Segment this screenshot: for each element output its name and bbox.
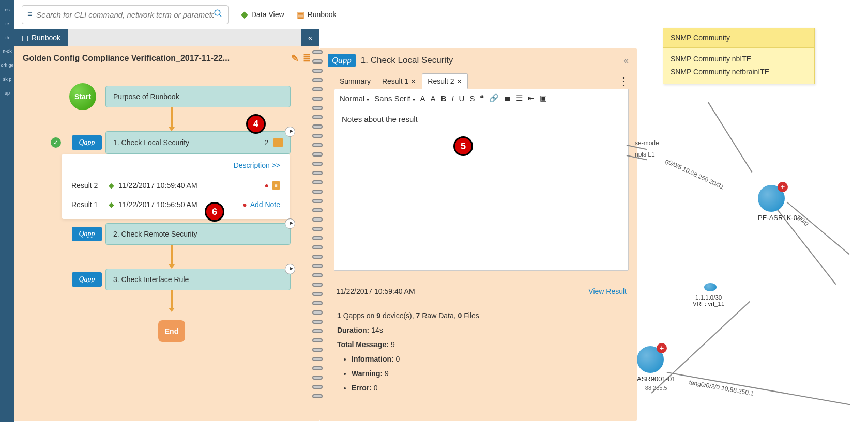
result-timestamp: 11/22/2017 10:59:40 AM bbox=[118, 181, 265, 190]
description-link[interactable]: Description >> bbox=[71, 159, 280, 176]
router-asr9001[interactable]: + ASR9001-01 88.255.5 bbox=[637, 346, 675, 391]
paragraph-style-select[interactable]: Normal bbox=[340, 94, 369, 103]
router-pe-asr1k[interactable]: + PE-ASR1K-01 bbox=[758, 185, 801, 222]
step-check-local-security[interactable]: Qapp 1. Check Local Security 2 ≡ bbox=[105, 131, 291, 154]
spiral-binding bbox=[312, 48, 327, 421]
search-box[interactable]: ≡ bbox=[22, 5, 229, 24]
map-link bbox=[708, 102, 752, 172]
collapse-button[interactable]: « bbox=[301, 29, 319, 46]
result-row: Result 2 ◆ 11/22/2017 10:59:40 AM ● ≡ bbox=[71, 176, 280, 195]
step-check-interface-rule[interactable]: Qapp 3. Check Interface Rule bbox=[105, 269, 291, 290]
data-view-link[interactable]: ◆ Data View bbox=[241, 9, 284, 20]
runbook-link[interactable]: ▤ Runbook bbox=[297, 10, 337, 20]
end-node[interactable]: End bbox=[158, 320, 185, 342]
stack-icon: ◆ bbox=[109, 200, 114, 209]
tab-summary[interactable]: Summary bbox=[334, 73, 376, 89]
qapp-badge: Qapp bbox=[72, 272, 102, 287]
tab-label: Result 1 bbox=[382, 77, 408, 85]
callout-5: 5 bbox=[453, 136, 473, 156]
summary-warning: Warning: 9 bbox=[352, 366, 626, 381]
outdent-icon[interactable]: ⇤ bbox=[528, 93, 535, 103]
summary-total: Total Message: 9 bbox=[337, 337, 626, 352]
network-map[interactable]: SNMP Community SNMP Community nbITE SNMP… bbox=[637, 0, 868, 422]
link-icon[interactable]: 🔗 bbox=[489, 93, 499, 103]
nav-item[interactable]: sk p bbox=[3, 76, 12, 82]
note-icon[interactable]: ≡ bbox=[272, 181, 280, 190]
qapp-badge: Qapp bbox=[72, 135, 102, 150]
map-mid-device[interactable] bbox=[704, 283, 717, 291]
close-icon[interactable]: ✕ bbox=[456, 77, 462, 85]
callout-4: 4 bbox=[246, 114, 266, 134]
search-icon[interactable] bbox=[214, 9, 223, 21]
panel-tab[interactable]: ▤ Runbook bbox=[14, 29, 68, 46]
edit-icon[interactable]: ✎ bbox=[291, 53, 299, 64]
nav-item[interactable]: ork ge bbox=[1, 62, 13, 68]
svg-point-0 bbox=[215, 10, 220, 15]
hamburger-icon[interactable]: ≡ bbox=[27, 10, 32, 19]
editor-box: Normal Sans Serif A A B I U S ❝ 🔗 ≣ ☰ ⇤ … bbox=[334, 89, 629, 271]
sticky-title: SNMP Community bbox=[663, 28, 814, 48]
nav-item[interactable]: ap bbox=[5, 90, 10, 96]
map-link bbox=[667, 372, 850, 405]
callout-6: 6 bbox=[205, 202, 224, 222]
bullet-list-icon[interactable]: ☰ bbox=[516, 93, 523, 103]
strikethrough-icon[interactable]: S bbox=[469, 94, 475, 103]
chevron-left-icon[interactable]: « bbox=[623, 55, 629, 66]
stack-icon: ◆ bbox=[241, 9, 248, 20]
text-color-icon[interactable]: A bbox=[420, 94, 425, 103]
add-note-link[interactable]: Add Note bbox=[250, 200, 280, 209]
image-icon[interactable]: ▣ bbox=[540, 93, 547, 103]
italic-icon[interactable]: I bbox=[451, 94, 453, 103]
link-label: g0/0/5 10.88.250.20/31 bbox=[664, 158, 725, 191]
nav-item[interactable]: th bbox=[5, 35, 9, 41]
arrow-down-icon bbox=[169, 264, 175, 269]
close-icon[interactable]: ✕ bbox=[410, 77, 416, 85]
purpose-label: Purpose of Runbook bbox=[113, 92, 179, 101]
step-check-remote-security[interactable]: Qapp 2. Check Remote Security bbox=[105, 223, 291, 245]
link-label: se-mode bbox=[635, 139, 659, 147]
alert-badge-icon: + bbox=[778, 182, 788, 192]
start-node[interactable]: Start bbox=[69, 83, 96, 110]
nav-item[interactable]: n-ok bbox=[3, 49, 12, 54]
tab-result-1[interactable]: Result 1✕ bbox=[376, 73, 422, 89]
runbook-label: Runbook bbox=[308, 10, 337, 19]
note-icon[interactable]: ≡ bbox=[273, 138, 283, 147]
device-label: PE-ASR1K-01 bbox=[758, 214, 801, 222]
list-icon[interactable]: ≣ bbox=[303, 53, 311, 64]
step-label: 1. Check Local Security bbox=[113, 138, 189, 147]
step-count: 2 bbox=[264, 138, 268, 147]
underline-icon[interactable]: U bbox=[459, 94, 465, 103]
search-input[interactable] bbox=[36, 10, 214, 19]
summary-apps-line: 1 Qapps on 9 device(s), 7 Raw Data, 0 Fi… bbox=[337, 308, 626, 323]
nav-item[interactable]: te bbox=[5, 21, 9, 27]
start-label: Start bbox=[74, 92, 91, 101]
tabs-row: Summary Result 1✕ Result 2✕ ⋮ bbox=[334, 73, 629, 89]
notes-title: 1. Check Local Security bbox=[361, 55, 453, 66]
bold-icon[interactable]: B bbox=[441, 94, 447, 103]
qapp-badge: Qapp bbox=[328, 54, 356, 67]
highlight-icon[interactable]: A bbox=[431, 94, 436, 103]
result-link[interactable]: Result 2 bbox=[71, 181, 109, 190]
connector bbox=[171, 107, 173, 127]
arrow-down-icon bbox=[169, 127, 175, 131]
list-icon: ▤ bbox=[297, 10, 304, 20]
sticky-line: SNMP Community nbITE bbox=[671, 53, 807, 66]
purpose-step[interactable]: Purpose of Runbook bbox=[105, 86, 291, 107]
result-link[interactable]: Result 1 bbox=[71, 200, 109, 209]
more-icon[interactable]: ⋮ bbox=[618, 75, 629, 87]
view-result-link[interactable]: View Result bbox=[588, 287, 627, 295]
notes-panel: Qapp 1. Check Local Security « Summary R… bbox=[319, 48, 637, 421]
sticky-note[interactable]: SNMP Community SNMP Community nbITE SNMP… bbox=[663, 28, 815, 84]
tab-result-2[interactable]: Result 2✕ bbox=[422, 73, 467, 89]
font-family-select[interactable]: Sans Serif bbox=[374, 94, 415, 103]
editor-content[interactable]: Notes about the result bbox=[334, 107, 628, 131]
connector bbox=[171, 290, 173, 308]
runbook-body: Start Purpose of Runbook ✓ Qapp 1. Check… bbox=[14, 70, 319, 421]
quote-icon[interactable]: ❝ bbox=[480, 93, 484, 103]
nav-item[interactable]: es bbox=[5, 7, 10, 13]
alert-icon: ● bbox=[265, 181, 269, 190]
result-timestamp: 11/22/2017 10:56:50 AM bbox=[118, 200, 242, 209]
step-label: 2. Check Remote Security bbox=[113, 230, 197, 238]
ordered-list-icon[interactable]: ≣ bbox=[504, 93, 511, 103]
end-label: End bbox=[165, 327, 178, 335]
